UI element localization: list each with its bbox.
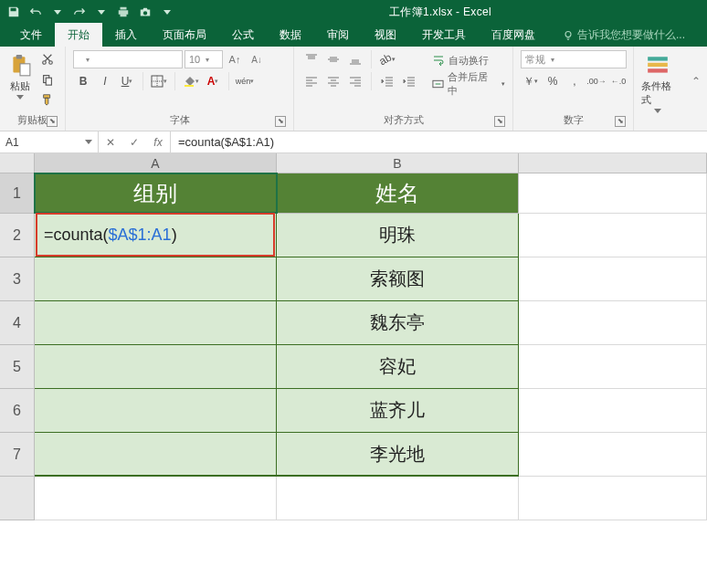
decrease-indent-button[interactable]	[377, 72, 397, 90]
cell-C4[interactable]	[519, 301, 707, 345]
cancel-formula-button[interactable]: ✕	[99, 136, 122, 149]
conditional-format-button[interactable]: 条件格式	[641, 50, 674, 113]
cell-C6[interactable]	[519, 389, 707, 433]
cell-C8[interactable]	[519, 477, 707, 520]
cell-B6[interactable]: 蓝齐儿	[277, 389, 519, 433]
redo-icon[interactable]	[69, 2, 90, 22]
row-header-8[interactable]	[0, 477, 35, 520]
italic-button[interactable]: I	[95, 72, 115, 90]
cell-B8[interactable]	[277, 477, 519, 520]
increase-decimal-button[interactable]: .00→	[586, 72, 607, 90]
qat-customize-icon[interactable]	[157, 2, 177, 22]
row-header-4[interactable]: 4	[0, 301, 35, 345]
col-header-C[interactable]	[519, 153, 707, 173]
cell-A8[interactable]	[35, 477, 277, 520]
dialog-launcher-icon[interactable]: ⬊	[615, 116, 626, 127]
undo-icon[interactable]	[26, 2, 46, 22]
row-header-3[interactable]: 3	[0, 257, 35, 301]
orientation-button[interactable]: ab▾	[377, 50, 397, 68]
tab-home[interactable]: 开始	[55, 23, 102, 47]
name-box[interactable]: A1	[0, 131, 99, 152]
enter-formula-button[interactable]: ✓	[122, 136, 146, 149]
tab-formulas[interactable]: 公式	[219, 23, 267, 47]
tab-file[interactable]: 文件	[7, 23, 55, 47]
cell-C5[interactable]	[519, 345, 707, 389]
tab-page-layout[interactable]: 页面布局	[150, 23, 219, 47]
increase-indent-button[interactable]	[399, 72, 419, 90]
cell-C1[interactable]	[519, 173, 707, 214]
increase-font-button[interactable]: A↑	[225, 50, 245, 68]
sheet-area[interactable]: A B 1 组别 姓名 2 =counta($A$1:A1) 明珠 3 索额图	[0, 153, 707, 587]
camera-icon[interactable]	[135, 2, 155, 22]
align-right-button[interactable]	[345, 72, 365, 90]
print-icon[interactable]	[113, 2, 133, 22]
dialog-launcher-icon[interactable]: ⬊	[275, 116, 286, 127]
row-header-2[interactable]: 2	[0, 214, 35, 257]
underline-button[interactable]: U▾	[117, 72, 137, 90]
col-header-A[interactable]: A	[35, 153, 277, 173]
cell-A7[interactable]	[35, 433, 277, 477]
comma-button[interactable]: ,	[565, 72, 585, 90]
border-button[interactable]: ▾	[149, 72, 169, 90]
tab-review[interactable]: 审阅	[314, 23, 362, 47]
row-header-1[interactable]: 1	[0, 173, 35, 214]
percent-button[interactable]: %	[543, 72, 563, 90]
merge-center-button[interactable]: 合并后居中▾	[432, 74, 505, 94]
align-center-button[interactable]	[323, 72, 343, 90]
cell-C2[interactable]	[519, 214, 707, 257]
fx-button[interactable]: fx	[146, 136, 170, 149]
cell-B3[interactable]: 索额图	[277, 257, 519, 301]
decrease-decimal-button[interactable]: ←.0	[608, 72, 628, 90]
tab-view[interactable]: 视图	[362, 23, 409, 47]
cell-B5[interactable]: 容妃	[277, 345, 519, 389]
save-icon[interactable]	[4, 2, 24, 22]
tab-data[interactable]: 数据	[267, 23, 314, 47]
bold-button[interactable]: B	[73, 72, 93, 90]
col-header-B[interactable]: B	[277, 153, 519, 173]
tab-baidu[interactable]: 百度网盘	[479, 23, 548, 47]
cell-B1[interactable]: 姓名	[277, 173, 519, 214]
cell-A1[interactable]: 组别	[35, 173, 277, 214]
copy-button[interactable]	[37, 70, 58, 89]
align-top-button[interactable]	[301, 50, 322, 68]
phonetic-button[interactable]: wén▾	[235, 72, 255, 90]
select-all-corner[interactable]	[0, 153, 35, 173]
cell-C3[interactable]	[519, 257, 707, 301]
dialog-launcher-icon[interactable]: ⬊	[494, 116, 505, 127]
align-bottom-button[interactable]	[345, 50, 365, 68]
tab-insert[interactable]: 插入	[102, 23, 150, 47]
align-left-button[interactable]	[301, 72, 322, 90]
paste-button[interactable]: 粘贴	[7, 50, 32, 100]
format-painter-button[interactable]	[37, 90, 58, 109]
font-family-combo[interactable]: ▾	[73, 50, 183, 68]
cell-A4[interactable]	[35, 301, 277, 345]
align-middle-button[interactable]	[323, 50, 343, 68]
cell-A3[interactable]	[35, 257, 277, 301]
cell-B7[interactable]: 李光地	[277, 433, 519, 477]
cell-C7[interactable]	[519, 433, 707, 477]
formula-input[interactable]: =counta($A$1:A1)	[171, 131, 707, 152]
number-format-combo[interactable]: 常规▾	[521, 50, 627, 68]
font-color-button[interactable]: A▾	[203, 72, 223, 90]
svg-rect-9	[185, 85, 194, 87]
cell-A2[interactable]: =counta($A$1:A1)	[35, 214, 277, 257]
row-header-6[interactable]: 6	[0, 389, 35, 433]
decrease-font-button[interactable]: A↓	[247, 50, 267, 68]
dropdown-caret-icon[interactable]	[91, 2, 111, 22]
dialog-launcher-icon[interactable]: ⬊	[47, 116, 58, 127]
tell-me-search[interactable]: 告诉我您想要做什么...	[557, 24, 691, 47]
collapse-ribbon-icon[interactable]: ⌃	[689, 74, 703, 89]
wrap-text-button[interactable]: 自动换行	[432, 50, 505, 70]
cell-B2[interactable]: 明珠	[277, 214, 519, 257]
dropdown-caret-icon[interactable]	[47, 2, 68, 22]
cut-button[interactable]	[37, 50, 58, 68]
tab-developer[interactable]: 开发工具	[409, 23, 479, 47]
fill-color-button[interactable]: ▾	[181, 72, 201, 90]
cell-A6[interactable]	[35, 389, 277, 433]
accounting-format-button[interactable]: ￥▾	[521, 72, 541, 90]
row-header-5[interactable]: 5	[0, 345, 35, 389]
cell-B4[interactable]: 魏东亭	[277, 301, 519, 345]
font-size-combo[interactable]: 10▾	[185, 50, 223, 68]
row-header-7[interactable]: 7	[0, 433, 35, 477]
cell-A5[interactable]	[35, 345, 277, 389]
